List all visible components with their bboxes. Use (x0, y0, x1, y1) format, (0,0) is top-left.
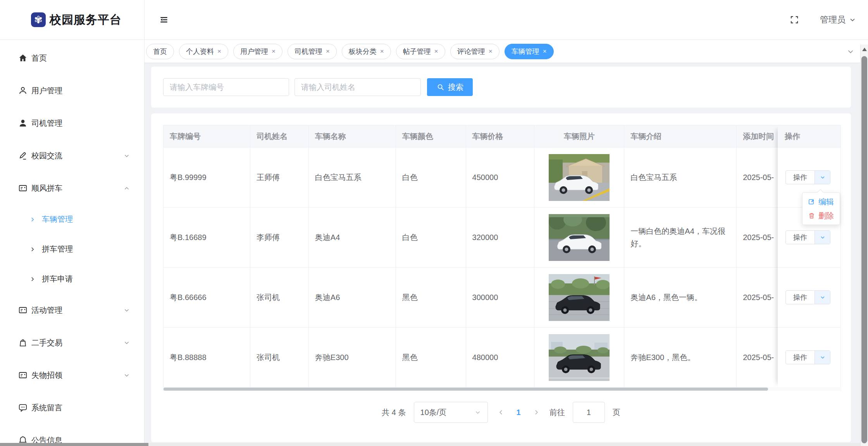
sidebar-subitem-carpool-apply[interactable]: 拼车申请 (0, 264, 144, 294)
vehicle-photo-white-audi-a4[interactable] (549, 214, 610, 261)
close-icon[interactable]: × (489, 48, 493, 55)
app-logo-icon: ✾ (31, 12, 46, 27)
sidebar-subitem-carpool-mgmt[interactable]: 拼车管理 (0, 234, 144, 264)
cell-name: 白色宝马五系 (309, 148, 396, 208)
tab-driver-mgmt[interactable]: 司机管理× (288, 44, 337, 59)
page-horizontal-scrollbar[interactable] (0, 443, 860, 446)
cell-intro: 奔驰E300，黑色。 (624, 328, 737, 388)
driver-search-input[interactable] (294, 78, 421, 96)
sidebar-item-activities[interactable]: 活动管理 (0, 294, 144, 326)
row-action-button[interactable]: 操作 (785, 290, 830, 304)
admin-label: 管理员 (820, 14, 846, 26)
sidebar-item-label: 失物招领 (31, 370, 62, 381)
vertical-scrollbar[interactable] (860, 45, 868, 446)
col-header-action: 操作 (778, 125, 841, 148)
tab-vehicle-mgmt[interactable]: 车辆管理× (505, 44, 554, 59)
sidebar-subitem-vehicle-mgmt[interactable]: 车辆管理 (0, 204, 144, 234)
close-icon[interactable]: × (217, 48, 221, 55)
scrollbar-thumb[interactable] (861, 56, 867, 443)
scrollbar-thumb[interactable] (164, 388, 768, 391)
tab-comment-mgmt[interactable]: 评论管理× (450, 44, 499, 59)
pagination-total: 共 4 条 (382, 407, 406, 418)
sidebar-item-label: 系统留言 (31, 403, 62, 413)
cell-action: 操作 (778, 328, 841, 388)
sidebar-item-messages[interactable]: 系统留言 (0, 391, 144, 424)
cell-plate: 粤B.99999 (164, 148, 250, 208)
table-row: 粤B.16689 李师傅 奥迪A4 白色 320000 一辆白色的奥迪A4，车况… (164, 208, 841, 268)
cell-plate: 粤B.88888 (164, 328, 250, 388)
chevron-down-icon (122, 371, 131, 379)
delete-menu-item[interactable]: 删除 (803, 209, 840, 223)
cell-name: 奥迪A6 (309, 268, 396, 328)
search-button[interactable]: 搜索 (427, 78, 473, 96)
row-action-button[interactable]: 操作 (785, 230, 830, 244)
tab-post-mgmt[interactable]: 帖子管理× (396, 44, 445, 59)
table-header-row: 车牌编号 司机姓名 车辆名称 车辆颜色 车辆价格 车辆照片 车辆介绍 添加时间 (164, 125, 841, 148)
cell-action: 操作 (778, 268, 841, 328)
chevron-down-icon (122, 306, 131, 314)
scroll-up-arrow[interactable] (862, 48, 867, 51)
prev-page-button[interactable] (496, 408, 506, 416)
fixed-action-column: 操作 操作 操作 操作 (778, 125, 841, 388)
cell-driver: 王师傅 (250, 148, 309, 208)
vehicle-photo-black-mercedes[interactable] (549, 334, 610, 381)
close-icon[interactable]: × (434, 48, 438, 55)
current-page[interactable]: 1 (514, 408, 523, 417)
cell-plate: 粤B.66666 (164, 268, 250, 328)
close-icon[interactable]: × (380, 48, 384, 55)
table-row: 粤B.66666 张司机 奥迪A6 黑色 300000 奥迪A6，黑色一辆。 2… (164, 268, 841, 328)
next-page-button[interactable] (531, 408, 542, 416)
cell-plate: 粤B.16689 (164, 208, 250, 268)
page-size-select[interactable]: 10条/页 (414, 402, 488, 423)
trash-icon (808, 212, 815, 220)
sidebar-subitem-label: 拼车申请 (42, 274, 73, 284)
cell-color: 白色 (396, 148, 466, 208)
vehicle-photo-white-bmw[interactable] (549, 154, 610, 201)
sidebar-item-carpool[interactable]: 顺风拼车 (0, 172, 144, 204)
close-icon[interactable]: × (272, 48, 276, 55)
table-horizontal-scrollbar[interactable] (164, 387, 841, 391)
goto-page-input[interactable] (573, 402, 605, 423)
sidebar-item-label: 顺风拼车 (31, 183, 62, 194)
fullscreen-icon[interactable] (789, 14, 800, 25)
sidebar-item-drivers[interactable]: 司机管理 (0, 107, 144, 139)
close-icon[interactable]: × (543, 48, 547, 55)
vehicle-table: 车牌编号 司机姓名 车辆名称 车辆颜色 车辆价格 车辆照片 车辆介绍 添加时间 … (163, 125, 841, 391)
postcard-icon (18, 183, 28, 193)
cell-intro: 白色宝马五系 (624, 148, 737, 208)
chevron-down-icon (474, 409, 481, 416)
chevron-down-icon[interactable] (815, 291, 830, 304)
sidebar-item-label: 二手交易 (31, 338, 62, 348)
chevron-down-icon[interactable] (846, 40, 855, 63)
sidebar-item-secondhand[interactable]: 二手交易 (0, 326, 144, 359)
tab-user-mgmt[interactable]: 用户管理× (233, 44, 282, 59)
cell-driver: 张司机 (250, 328, 309, 388)
plate-search-input[interactable] (163, 78, 289, 96)
tab-home[interactable]: 首页 (146, 44, 174, 59)
arrow-right-icon (29, 216, 36, 223)
row-action-button[interactable]: 操作 (785, 170, 830, 184)
sidebar-item-lost-found[interactable]: 失物招领 (0, 359, 144, 391)
vehicle-table-panel: 车牌编号 司机姓名 车辆名称 车辆颜色 车辆价格 车辆照片 车辆介绍 添加时间 … (151, 113, 851, 442)
chevron-down-icon (122, 151, 131, 160)
close-icon[interactable]: × (326, 48, 330, 55)
scrollbar-thumb[interactable] (0, 443, 148, 446)
sidebar-item-users[interactable]: 用户管理 (0, 74, 144, 107)
chevron-down-icon (849, 16, 856, 24)
cell-color: 黑色 (396, 268, 466, 328)
collapse-menu-icon[interactable] (159, 15, 169, 25)
chevron-down-icon[interactable] (815, 231, 830, 244)
chevron-up-icon (122, 184, 131, 192)
tab-board-category[interactable]: 板块分类× (342, 44, 391, 59)
sidebar-item-campus-exchange[interactable]: 校园交流 (0, 139, 144, 172)
edit-menu-item[interactable]: 编辑 (803, 195, 840, 209)
sidebar-item-home[interactable]: 首页 (0, 42, 144, 74)
chevron-down-icon[interactable] (815, 171, 830, 184)
vehicle-photo-black-audi-a6[interactable] (549, 274, 610, 321)
sidebar-item-label: 首页 (31, 53, 47, 63)
row-action-button[interactable]: 操作 (785, 350, 830, 364)
tab-profile[interactable]: 个人资料× (179, 44, 228, 59)
col-header-plate: 车牌编号 (164, 125, 250, 148)
admin-menu[interactable]: 管理员 (820, 14, 856, 26)
chevron-down-icon[interactable] (815, 351, 830, 364)
